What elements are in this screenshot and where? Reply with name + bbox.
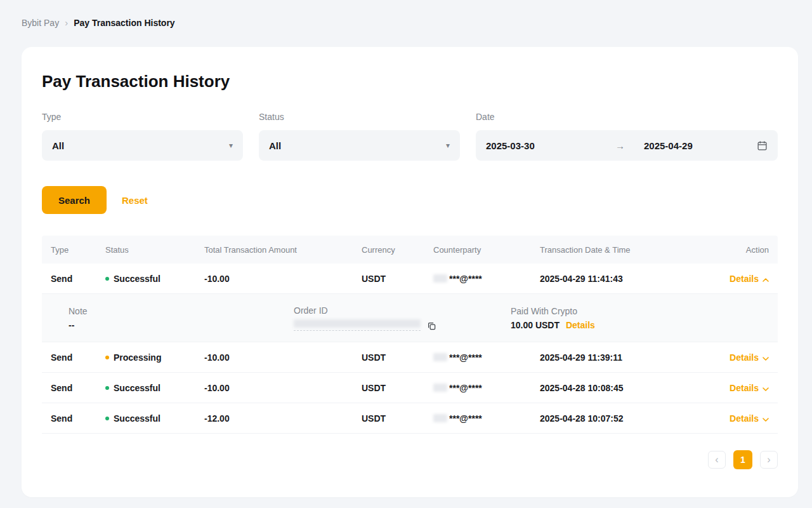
type-select-value: All [52, 140, 64, 151]
cell-type: Send [51, 383, 105, 393]
cell-counterparty: ***@**** [433, 413, 540, 424]
date-start-value: 2025-03-30 [486, 140, 615, 151]
cell-status: Processing [105, 352, 204, 363]
header-amount: Total Transaction Amount [204, 245, 362, 255]
date-end-value: 2025-04-29 [644, 140, 757, 151]
cell-currency: USDT [362, 383, 433, 393]
copy-icon[interactable] [427, 321, 436, 331]
cell-status: Successful [105, 383, 204, 393]
status-text: Successful [114, 383, 160, 393]
status-text: Processing [114, 352, 161, 363]
table-row: Send Successful -10.00 USDT ***@**** 202… [42, 373, 778, 403]
chevron-down-icon [763, 383, 769, 393]
detail-note: Note -- [69, 306, 294, 330]
redacted-counterparty [433, 414, 447, 422]
status-text: Successful [114, 274, 160, 284]
cell-counterparty: ***@**** [433, 352, 540, 363]
paid-label: Paid With Crypto [511, 306, 769, 316]
page-title: Pay Transaction History [42, 47, 778, 91]
breadcrumb-parent-link[interactable]: Bybit Pay [22, 17, 59, 29]
status-filter: Status All ▾ [259, 112, 460, 161]
breadcrumb-current: Pay Transaction History [74, 17, 175, 29]
table-row: Send Successful -10.00 USDT ***@**** 202… [42, 264, 778, 294]
status-text: Successful [114, 413, 160, 424]
redacted-counterparty [433, 274, 447, 283]
reset-button[interactable]: Reset [115, 195, 154, 206]
note-label: Note [69, 306, 294, 316]
header-action: Action [699, 245, 769, 255]
details-toggle[interactable]: Details [730, 383, 769, 393]
detail-paid-with-crypto: Paid With Crypto 10.00 USDT Details [511, 306, 769, 330]
pay-history-card: Pay Transaction History Type All ▾ Statu… [22, 47, 798, 497]
pagination-next-button[interactable]: › [760, 451, 778, 469]
cell-type: Send [51, 413, 105, 424]
paid-details-link[interactable]: Details [566, 320, 595, 330]
cell-datetime: 2025-04-29 11:41:43 [540, 274, 699, 284]
status-dot [105, 277, 109, 281]
date-filter: Date 2025-03-30 → 2025-04-29 [476, 112, 778, 161]
header-currency: Currency [362, 245, 433, 255]
cell-status: Successful [105, 413, 204, 424]
chevron-down-icon [763, 352, 769, 363]
chevron-down-icon: ▾ [446, 141, 450, 150]
chevron-down-icon [763, 413, 769, 424]
details-toggle[interactable]: Details [730, 274, 769, 284]
detail-order-id: Order ID [294, 305, 511, 331]
date-range-arrow-icon: → [615, 140, 625, 151]
status-dot [105, 356, 109, 359]
transactions-table: Type Status Total Transaction Amount Cur… [42, 236, 778, 434]
redacted-order-id [294, 319, 421, 331]
status-select-value: All [269, 140, 281, 151]
date-filter-label: Date [476, 112, 778, 122]
redacted-counterparty [433, 353, 447, 361]
type-filter: Type All ▾ [42, 112, 243, 161]
details-toggle[interactable]: Details [730, 413, 769, 424]
filters-row: Type All ▾ Status All ▾ Date 2025-03-30 … [42, 112, 778, 161]
type-filter-label: Type [42, 112, 243, 122]
cell-datetime: 2025-04-28 10:07:52 [540, 413, 699, 424]
header-type: Type [51, 245, 105, 255]
cell-amount: -10.00 [204, 383, 362, 393]
cell-datetime: 2025-04-29 11:39:11 [540, 352, 699, 363]
cell-counterparty: ***@**** [433, 274, 540, 284]
pagination-prev-button[interactable]: ‹ [708, 451, 726, 469]
chevron-up-icon [763, 274, 769, 284]
pagination: ‹ 1 › [42, 450, 778, 469]
cell-amount: -10.00 [204, 352, 362, 363]
date-range-input[interactable]: 2025-03-30 → 2025-04-29 [476, 130, 778, 161]
details-toggle[interactable]: Details [730, 352, 769, 363]
note-value: -- [69, 320, 294, 330]
search-button[interactable]: Search [42, 186, 107, 214]
status-filter-label: Status [259, 112, 460, 122]
calendar-icon [757, 140, 768, 151]
cell-currency: USDT [362, 274, 433, 284]
filter-actions: Search Reset [42, 186, 778, 214]
cell-type: Send [51, 274, 105, 284]
type-select[interactable]: All ▾ [42, 130, 243, 161]
chevron-down-icon: ▾ [229, 141, 233, 150]
paid-amount: 10.00 USDT [511, 320, 560, 330]
cell-amount: -10.00 [204, 274, 362, 284]
table-header-row: Type Status Total Transaction Amount Cur… [42, 236, 778, 264]
cell-datetime: 2025-04-28 10:08:45 [540, 383, 699, 393]
status-select[interactable]: All ▾ [259, 130, 460, 161]
cell-type: Send [51, 352, 105, 363]
header-status: Status [105, 245, 204, 255]
pagination-page-1[interactable]: 1 [733, 450, 752, 469]
header-counterparty: Counterparty [433, 245, 540, 255]
table-row: Send Processing -10.00 USDT ***@**** 202… [42, 342, 778, 373]
table-row: Send Successful -12.00 USDT ***@**** 202… [42, 403, 778, 434]
breadcrumb: Bybit Pay › Pay Transaction History [0, 0, 812, 29]
cell-currency: USDT [362, 413, 433, 424]
status-dot [105, 417, 109, 420]
row-detail-panel: Note -- Order ID Paid With Crypto [42, 294, 778, 342]
redacted-counterparty [433, 384, 447, 392]
cell-currency: USDT [362, 352, 433, 363]
cell-counterparty: ***@**** [433, 383, 540, 393]
header-datetime: Transaction Date & Time [540, 245, 699, 255]
status-dot [105, 386, 109, 390]
cell-status: Successful [105, 274, 204, 284]
breadcrumb-separator-icon: › [65, 17, 68, 29]
order-id-label: Order ID [294, 305, 511, 316]
cell-amount: -12.00 [204, 413, 362, 424]
